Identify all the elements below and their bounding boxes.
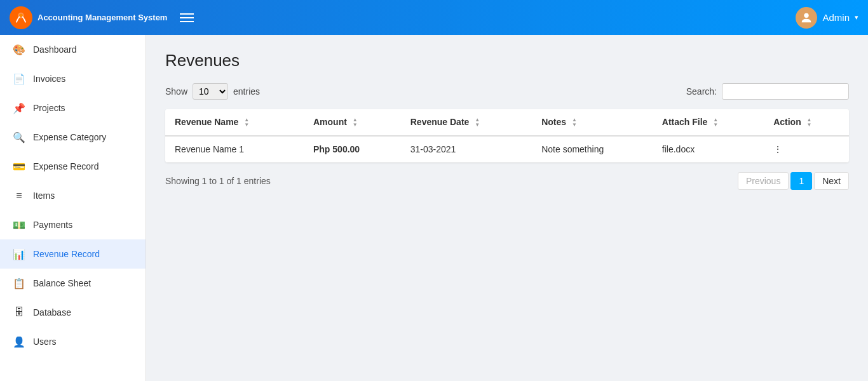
cell-notes-0: Note something: [532, 136, 653, 163]
cell-action-0[interactable]: ⋮: [764, 136, 849, 163]
sidebar-item-items[interactable]: ≡ Items: [0, 181, 146, 210]
next-button[interactable]: Next: [814, 172, 849, 190]
main-content: Revenues Show 10 25 50 100 entries Searc…: [146, 35, 868, 381]
sidebar-label-projects: Projects: [33, 103, 65, 113]
previous-button[interactable]: Previous: [738, 172, 789, 190]
col-header-action[interactable]: Action ▲▼: [764, 109, 849, 136]
sidebar-item-database[interactable]: 🗄 Database: [0, 298, 146, 327]
app-layout: 🎨 Dashboard 📄 Invoices 📌 Projects 🔍 Expe…: [0, 35, 868, 381]
show-entries-area: Show 10 25 50 100 entries: [165, 83, 260, 100]
col-header-attach_file[interactable]: Attach File ▲▼: [653, 109, 764, 136]
col-header-notes[interactable]: Notes ▲▼: [532, 109, 653, 136]
admin-menu[interactable]: Admin ▾: [796, 7, 858, 29]
sort-icon-notes: ▲▼: [572, 117, 577, 128]
sort-icon-revenue_date: ▲▼: [475, 117, 480, 128]
sidebar-icon-balance-sheet: 📋: [13, 277, 25, 290]
sidebar-label-users: Users: [33, 337, 57, 347]
sidebar-label-payments: Payments: [33, 220, 72, 230]
sidebar: 🎨 Dashboard 📄 Invoices 📌 Projects 🔍 Expe…: [0, 35, 146, 381]
cell-attach_file-0: file.docx: [653, 136, 764, 163]
sidebar-icon-database: 🗄: [13, 306, 25, 319]
sort-icon-revenue_name: ▲▼: [244, 117, 249, 128]
logo-text: Accounting Management System: [37, 13, 167, 23]
entries-label: entries: [233, 86, 260, 97]
page-1-button[interactable]: 1: [790, 172, 812, 190]
sidebar-icon-invoices: 📄: [13, 72, 25, 85]
search-area: Search:: [686, 83, 849, 100]
cell-amount-0: Php 500.00: [304, 136, 401, 163]
sidebar-icon-payments: 💵: [13, 218, 25, 231]
sort-icon-amount: ▲▼: [353, 117, 358, 128]
sidebar-item-expense-record[interactable]: 💳 Expense Record: [0, 152, 146, 181]
table-row: Revenue Name 1Php 500.0031-03-2021Note s…: [165, 136, 849, 163]
sidebar-label-expense-category: Expense Category: [33, 132, 106, 142]
show-label: Show: [165, 86, 187, 97]
sidebar-icon-dashboard: 🎨: [13, 43, 25, 56]
svg-point-1: [19, 13, 23, 17]
search-input[interactable]: [722, 83, 849, 100]
revenues-table: Revenue Name ▲▼Amount ▲▼Revenue Date ▲▼N…: [165, 109, 849, 163]
chevron-down-icon: ▾: [855, 13, 858, 22]
sidebar-label-database: Database: [33, 307, 71, 318]
sidebar-item-expense-category[interactable]: 🔍 Expense Category: [0, 123, 146, 152]
page-title: Revenues: [165, 51, 849, 70]
sidebar-item-dashboard[interactable]: 🎨 Dashboard: [0, 35, 146, 64]
sort-icon-action: ▲▼: [807, 117, 812, 128]
sidebar-item-invoices[interactable]: 📄 Invoices: [0, 64, 146, 93]
hamburger-button[interactable]: [177, 10, 197, 25]
pagination-controls: Previous 1 Next: [738, 172, 849, 190]
table-controls: Show 10 25 50 100 entries Search:: [165, 83, 849, 100]
col-header-amount[interactable]: Amount ▲▼: [304, 109, 401, 136]
sidebar-item-balance-sheet[interactable]: 📋 Balance Sheet: [0, 269, 146, 298]
avatar: [796, 7, 817, 29]
col-header-revenue_name[interactable]: Revenue Name ▲▼: [165, 109, 304, 136]
sidebar-icon-users: 👤: [13, 335, 25, 348]
entries-select[interactable]: 10 25 50 100: [193, 83, 228, 100]
sort-icon-attach_file: ▲▼: [713, 117, 718, 128]
sidebar-icon-projects: 📌: [13, 102, 25, 114]
sidebar-item-revenue-record[interactable]: 📊 Revenue Record: [0, 239, 146, 269]
cell-revenue_name-0: Revenue Name 1: [165, 136, 304, 163]
search-label: Search:: [686, 86, 717, 97]
sidebar-icon-expense-record: 💳: [13, 160, 25, 173]
app-header: Accounting Management System Admin ▾: [0, 0, 868, 35]
sidebar-label-dashboard: Dashboard: [33, 44, 77, 55]
showing-text: Showing 1 to 1 of 1 entries: [165, 176, 271, 186]
svg-point-2: [804, 13, 809, 17]
sidebar-label-items: Items: [33, 190, 55, 201]
sidebar-item-users[interactable]: 👤 Users: [0, 327, 146, 356]
sidebar-item-projects[interactable]: 📌 Projects: [0, 93, 146, 123]
sidebar-label-balance-sheet: Balance Sheet: [33, 278, 91, 288]
admin-label: Admin: [822, 12, 850, 23]
sidebar-icon-expense-category: 🔍: [13, 131, 25, 144]
cell-revenue_date-0: 31-03-2021: [401, 136, 532, 163]
sidebar-icon-revenue-record: 📊: [13, 248, 25, 260]
sidebar-item-payments[interactable]: 💵 Payments: [0, 210, 146, 239]
header-left: Accounting Management System: [10, 6, 197, 29]
col-header-revenue_date[interactable]: Revenue Date ▲▼: [401, 109, 532, 136]
sidebar-label-invoices: Invoices: [33, 74, 65, 84]
sidebar-icon-items: ≡: [13, 189, 25, 202]
table-body: Revenue Name 1Php 500.0031-03-2021Note s…: [165, 136, 849, 163]
sidebar-label-expense-record: Expense Record: [33, 161, 99, 171]
table-header-row: Revenue Name ▲▼Amount ▲▼Revenue Date ▲▼N…: [165, 109, 849, 136]
logo-area: Accounting Management System: [10, 6, 167, 29]
sidebar-label-revenue-record: Revenue Record: [33, 249, 100, 259]
logo-icon: [10, 6, 32, 29]
pagination-area: Showing 1 to 1 of 1 entries Previous 1 N…: [165, 172, 849, 190]
